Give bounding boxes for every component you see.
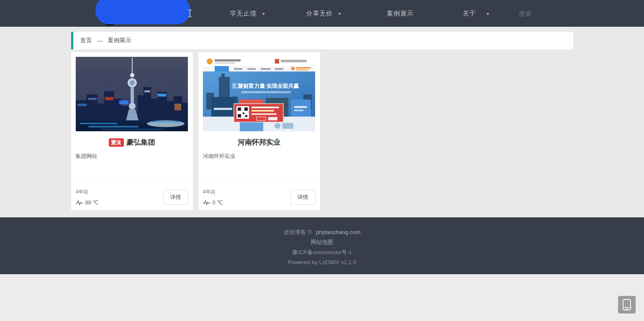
nav-item-learning[interactable]: 学无止境 ▼: [210, 10, 286, 18]
case-list: 置顶 豪弘集团 集团网站 4年前 88 ℃ 详情: [71, 52, 573, 210]
footer-icp: 豫ICP备xxxxxxxxxx号-1: [292, 249, 352, 255]
detail-button[interactable]: 详情: [163, 190, 188, 205]
nav-item-label: 关于: [462, 10, 476, 17]
mobile-phone-icon: [622, 299, 631, 311]
detail-button[interactable]: 详情: [290, 190, 316, 205]
text-cursor-icon: [187, 9, 192, 18]
bottom-strip: [0, 274, 644, 321]
nav-item-sharing[interactable]: 分享无价 ▼: [286, 10, 362, 18]
footer-sitemap-link[interactable]: 网站地图: [311, 239, 334, 245]
case-meta: 4年前 0 ℃ 详情: [203, 181, 316, 206]
nav-item-cases[interactable]: 案例展示: [362, 10, 439, 18]
case-title-text: 河南怀邦实业: [238, 138, 280, 147]
page: 学无止境 ▼ 分享无价 ▼ 案例展示 关于 ▼ 首页 —: [0, 0, 644, 321]
case-card-haohong: 置顶 豪弘集团 集团网站 4年前 88 ℃ 详情: [71, 52, 193, 210]
case-time: 4年前: [203, 189, 223, 196]
breadcrumb-current: 案例展示: [108, 37, 131, 44]
case-temperature-value: 0 ℃: [213, 199, 223, 206]
case-temperature-value: 88 ℃: [85, 199, 99, 206]
mobile-view-button[interactable]: [618, 296, 636, 313]
footer-copyright: 老张博客 ©: [283, 229, 312, 235]
case-thumbnail-shanghai-skyline[interactable]: [76, 57, 188, 131]
nav-item-label: 学无止境: [230, 10, 257, 17]
search-input[interactable]: [519, 10, 573, 17]
case-heat: 0 ℃: [203, 199, 223, 206]
case-title[interactable]: 置顶 豪弘集团: [76, 138, 188, 147]
logo-blue-overlay: [95, 0, 190, 24]
pinned-badge: 置顶: [109, 138, 124, 147]
case-title[interactable]: 河南怀邦实业: [203, 138, 316, 147]
top-navbar: 学无止境 ▼ 分享无价 ▼ 案例展示 关于 ▼: [0, 0, 644, 27]
pulse-icon: [76, 200, 83, 205]
footer-powered-by: Powered by LzCMS! v1.1.5: [288, 259, 357, 265]
chevron-down-icon: ▼: [486, 12, 490, 16]
case-card-huaibang: 汇聚财富力量 实现全面共赢: [198, 52, 320, 210]
case-description: 集团网站: [76, 153, 188, 160]
site-footer: 老张博客 © phplaozhang.com 网站地图 豫ICP备xxxxxxx…: [0, 217, 644, 274]
case-title-text: 豪弘集团: [127, 138, 155, 147]
breadcrumb: 首页 — 案例展示: [71, 32, 573, 49]
nav-item-label: 分享无价: [306, 10, 333, 17]
nav-item-label: 案例展示: [387, 10, 414, 17]
breadcrumb-separator: —: [97, 37, 103, 44]
main-content: 首页 — 案例展示: [0, 27, 644, 217]
chevron-down-icon: ▼: [338, 12, 342, 16]
case-meta: 4年前 88 ℃ 详情: [76, 181, 188, 206]
breadcrumb-home-link[interactable]: 首页: [80, 37, 92, 44]
footer-domain-link[interactable]: phplaozhang.com: [316, 229, 361, 235]
case-thumbnail-website-screenshot[interactable]: 汇聚财富力量 实现全面共赢: [203, 57, 315, 131]
nav-menu: 学无止境 ▼ 分享无价 ▼ 案例展示 关于 ▼: [210, 10, 515, 18]
case-description: 河南怀邦实业: [203, 153, 316, 160]
case-heat: 88 ℃: [76, 199, 99, 206]
banner-slogan-text: 汇聚财富力量 实现全面共赢: [232, 83, 299, 89]
pulse-icon: [203, 200, 210, 205]
case-time: 4年前: [76, 189, 99, 196]
chevron-down-icon: ▼: [262, 12, 266, 16]
nav-item-about[interactable]: 关于 ▼: [439, 10, 515, 18]
